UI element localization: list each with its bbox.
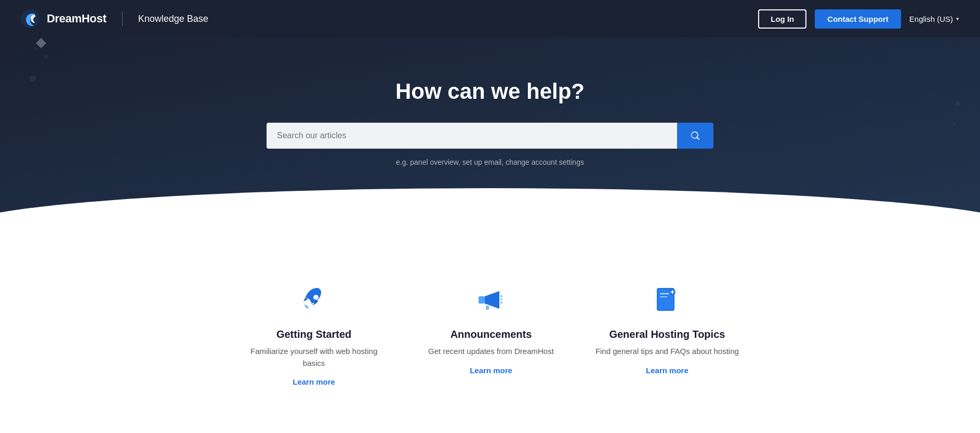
rocket-icon [297, 283, 330, 316]
chevron-down-icon: ▾ [956, 16, 959, 22]
card-getting-started: Getting Started Familiarize yourself wit… [241, 281, 387, 386]
general-hosting-title: General Hosting Topics [609, 329, 725, 340]
site-header: DreamHost Knowledge Base Log In Contact … [0, 0, 980, 37]
logo-text: DreamHost [47, 12, 107, 25]
svg-rect-9 [660, 293, 669, 294]
search-button[interactable] [677, 123, 713, 149]
general-hosting-desc: Find general tips and FAQs about hosting [595, 346, 739, 358]
svg-point-1 [313, 295, 319, 300]
logo-area: DreamHost Knowledge Base [21, 9, 208, 28]
announcements-icon [472, 281, 510, 318]
hero-section: How can we help? e.g. panel overview, se… [0, 37, 980, 250]
login-button[interactable]: Log In [758, 9, 806, 29]
deco-diamond [36, 38, 46, 48]
header-actions: Log In Contact Support English (US) ▾ [758, 9, 959, 29]
hero-title: How can we help? [21, 79, 959, 104]
svg-rect-4 [500, 295, 502, 297]
announcements-link[interactable]: Learn more [470, 366, 512, 375]
search-input[interactable] [267, 123, 677, 149]
card-announcements: Announcements Get recent updates from Dr… [428, 281, 554, 386]
getting-started-desc: Familiarize yourself with web hosting ba… [241, 346, 387, 369]
search-bar [267, 123, 713, 149]
logo-divider [122, 11, 123, 26]
announcements-title: Announcements [451, 329, 532, 340]
getting-started-link[interactable]: Learn more [293, 377, 335, 386]
search-icon [690, 130, 701, 141]
megaphone-icon [474, 283, 508, 316]
search-hint: e.g. panel overview, set up email, chang… [21, 158, 959, 166]
svg-rect-5 [500, 298, 502, 300]
svg-rect-10 [660, 296, 667, 297]
dreamhost-logo-icon [21, 9, 39, 28]
svg-rect-3 [486, 306, 489, 310]
kb-label: Knowledge Base [138, 14, 208, 24]
card-general-hosting: General Hosting Topics Find general tips… [595, 281, 739, 386]
deco-dot-3 [34, 48, 37, 51]
general-hosting-icon [648, 281, 686, 318]
contact-support-button[interactable]: Contact Support [815, 9, 901, 29]
getting-started-title: Getting Started [276, 329, 351, 340]
deco-dot-5 [952, 122, 956, 125]
svg-rect-2 [479, 296, 485, 304]
language-label: English (US) [909, 15, 953, 23]
announcements-desc: Get recent updates from DreamHost [428, 346, 554, 358]
general-hosting-link[interactable]: Learn more [646, 366, 688, 375]
svg-rect-6 [500, 301, 502, 304]
getting-started-icon [295, 281, 333, 318]
language-selector[interactable]: English (US) ▾ [909, 15, 959, 23]
cards-section: Getting Started Familiarize yourself wit… [0, 250, 980, 428]
book-sparkle-icon [651, 283, 684, 316]
deco-dot-2 [44, 55, 48, 59]
